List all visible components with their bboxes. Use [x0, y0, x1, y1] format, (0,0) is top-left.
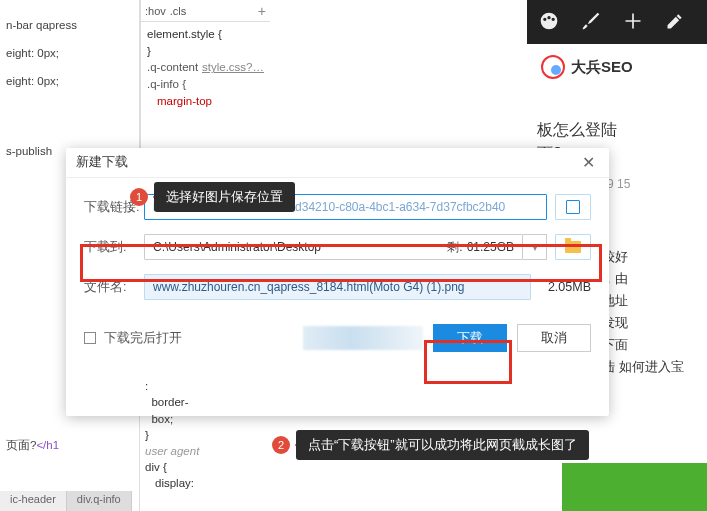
- input-filename[interactable]: www.zhuzhouren.cn_qapress_8184.html(Moto…: [144, 274, 531, 300]
- plus-icon[interactable]: [623, 11, 643, 34]
- copy-icon: [566, 200, 580, 214]
- label-open-after: 下载完后打开: [104, 330, 182, 347]
- blurred-area: [303, 326, 423, 350]
- close-icon[interactable]: ✕: [577, 152, 599, 174]
- code-line: s-publish: [6, 145, 52, 157]
- code-line: eight: 0px;: [6, 75, 59, 87]
- breadcrumb-bar: ic-header div.q-info: [0, 491, 132, 511]
- dialog-titlebar: 新建下载 ✕: [66, 148, 609, 178]
- download-button[interactable]: 下载: [433, 324, 507, 352]
- admin-topbar: [527, 0, 707, 44]
- dashboard-icon[interactable]: [539, 11, 559, 34]
- devtools-styles-pane: :hov .cls + element.style { } style.css?…: [140, 0, 270, 150]
- annotation-badge-1: 1: [130, 188, 148, 206]
- article-title-1: 板怎么登陆: [527, 118, 707, 142]
- annotation-tip-1: 选择好图片保存位置: [154, 182, 295, 212]
- site-logo: 大兵SEO: [527, 44, 707, 90]
- file-size: 2.05MB: [531, 280, 591, 294]
- brush-icon[interactable]: [581, 11, 601, 34]
- green-banner: [562, 463, 707, 511]
- hov-toggle[interactable]: :hov: [145, 5, 166, 17]
- copy-link-button[interactable]: [555, 194, 591, 220]
- logo-text: 大兵SEO: [571, 58, 633, 77]
- div-selector: div {: [145, 459, 199, 475]
- styles-toolbar: :hov .cls +: [141, 0, 270, 22]
- browse-folder-button[interactable]: [555, 234, 591, 260]
- stylesheet-link[interactable]: style.css?…: [202, 59, 264, 76]
- css-lower: : border- box; }: [145, 378, 199, 442]
- edit-icon[interactable]: [665, 11, 685, 34]
- checkbox-open-after[interactable]: [84, 332, 96, 344]
- cancel-button[interactable]: 取消: [517, 324, 591, 352]
- remain-label: 剩:: [447, 239, 462, 256]
- css-prop: margin-top: [157, 93, 264, 110]
- annotation-badge-2: 2: [272, 436, 290, 454]
- cls-toggle[interactable]: .cls: [170, 5, 187, 17]
- code-line: eight: 0px;: [6, 47, 59, 59]
- user-agent-label: user agent: [145, 443, 199, 459]
- dialog-title: 新建下载: [76, 154, 128, 171]
- row-download-to: 下载到: C:\Users\Administrator\Desktop 剩: 6…: [84, 234, 591, 260]
- folder-icon: [565, 241, 581, 253]
- label-download-to: 下载到:: [84, 239, 144, 256]
- remain-value: 61.25GB: [467, 240, 514, 254]
- path-dropdown-button[interactable]: ▾: [523, 234, 547, 260]
- devtools-lower: : border- box; } user agent div { displa…: [0, 421, 260, 511]
- download-dialog: 新建下载 ✕ 下载链接: blob:devtools://devtools/2a…: [66, 148, 609, 416]
- crumb-qinfo[interactable]: div.q-info: [67, 491, 132, 511]
- element-style: element.style { }: [147, 26, 264, 59]
- logo-icon: [541, 55, 565, 79]
- input-download-to[interactable]: C:\Users\Administrator\Desktop 剩: 61.25G…: [144, 234, 523, 260]
- styles-body: element.style { } style.css?… .q-content…: [141, 22, 270, 113]
- row-filename: 文件名: www.zhuzhouren.cn_qapress_8184.html…: [84, 274, 591, 300]
- code-line: n-bar qapress: [6, 19, 77, 31]
- crumb-header[interactable]: ic-header: [0, 491, 67, 511]
- label-filename: 文件名:: [84, 279, 144, 296]
- dialog-bottom-row: 下载完后打开 下载 取消: [84, 324, 591, 352]
- add-rule-icon[interactable]: +: [258, 3, 266, 19]
- annotation-tip-2: 点击“下载按钮”就可以成功将此网页截成长图了: [296, 430, 589, 460]
- display-prop: display:: [155, 475, 199, 491]
